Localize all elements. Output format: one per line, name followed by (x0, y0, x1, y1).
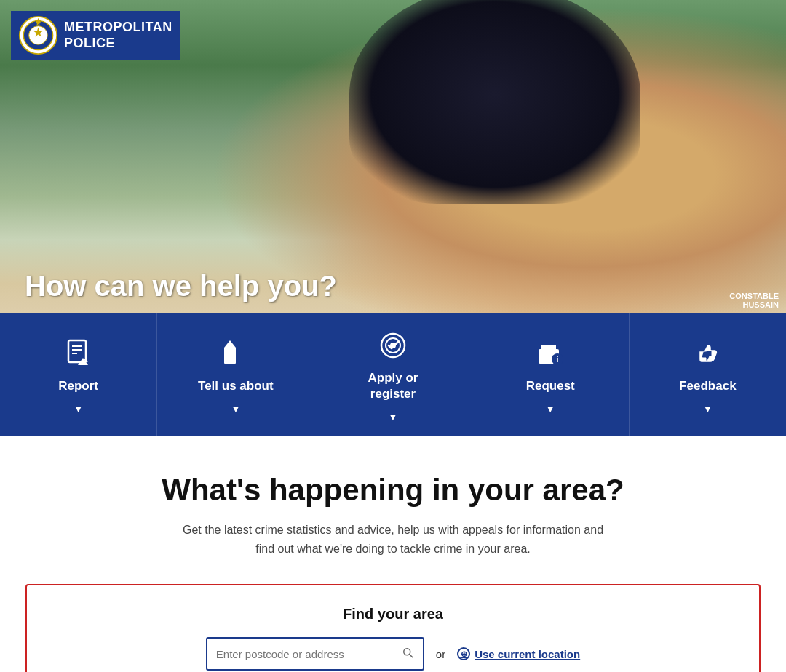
tile-request[interactable]: i Request ▼ (472, 313, 630, 436)
report-icon (63, 337, 95, 369)
postcode-input-wrapper (206, 637, 424, 671)
location-icon: ⊕ (457, 647, 470, 660)
postcode-input[interactable] (216, 648, 401, 660)
tell-us-icon (220, 337, 252, 369)
constable-name: CONSTABLEHUSSAIN (729, 292, 779, 309)
feedback-chevron-icon: ▼ (702, 403, 712, 415)
area-section-title: What's happening in your area? (15, 473, 771, 508)
tile-report[interactable]: Report ▼ (0, 313, 157, 436)
postcode-search-icon (401, 646, 414, 662)
area-section-desc: Get the latest crime statistics and advi… (175, 521, 611, 558)
find-area-box: Find your area or ⊕ Use current location (25, 584, 761, 672)
or-text: or (436, 648, 445, 660)
tile-feedback-label: Feedback (679, 378, 736, 394)
apply-register-icon (377, 329, 409, 361)
request-chevron-icon: ▼ (545, 403, 555, 415)
logo-text: METROPOLITAN POLICE (64, 20, 172, 51)
quick-action-tiles: Report ▼ Tell us about ▼ (0, 313, 786, 436)
tile-report-label: Report (58, 378, 98, 394)
apply-chevron-icon: ▼ (388, 411, 398, 423)
request-icon: i (534, 337, 566, 369)
report-chevron-icon: ▼ (74, 403, 84, 415)
tile-apply-register[interactable]: Apply orregister ▼ (314, 313, 472, 436)
svg-rect-17 (541, 345, 556, 351)
tile-tell-us-label: Tell us about (198, 378, 274, 394)
hero-title: How can we help you? (25, 270, 370, 303)
tell-us-chevron-icon: ▼ (231, 403, 241, 415)
tile-apply-label: Apply orregister (368, 370, 418, 402)
hero-section: METROPOLITAN POLICE How can we help you?… (0, 0, 786, 436)
use-location-button[interactable]: ⊕ Use current location (457, 647, 580, 660)
svg-rect-11 (224, 348, 236, 364)
use-location-label: Use current location (475, 648, 580, 660)
tile-request-label: Request (526, 378, 575, 394)
find-area-inputs: or ⊕ Use current location (49, 637, 737, 671)
feedback-icon (691, 337, 723, 369)
svg-marker-12 (224, 340, 236, 348)
logo[interactable]: METROPOLITAN POLICE (11, 11, 180, 60)
tile-tell-us[interactable]: Tell us about ▼ (157, 313, 314, 436)
svg-text:i: i (557, 355, 559, 364)
find-area-title: Find your area (49, 606, 737, 623)
met-police-badge-icon (18, 15, 58, 55)
tile-feedback[interactable]: Feedback ▼ (630, 313, 786, 436)
area-section: What's happening in your area? Get the l… (0, 436, 786, 672)
